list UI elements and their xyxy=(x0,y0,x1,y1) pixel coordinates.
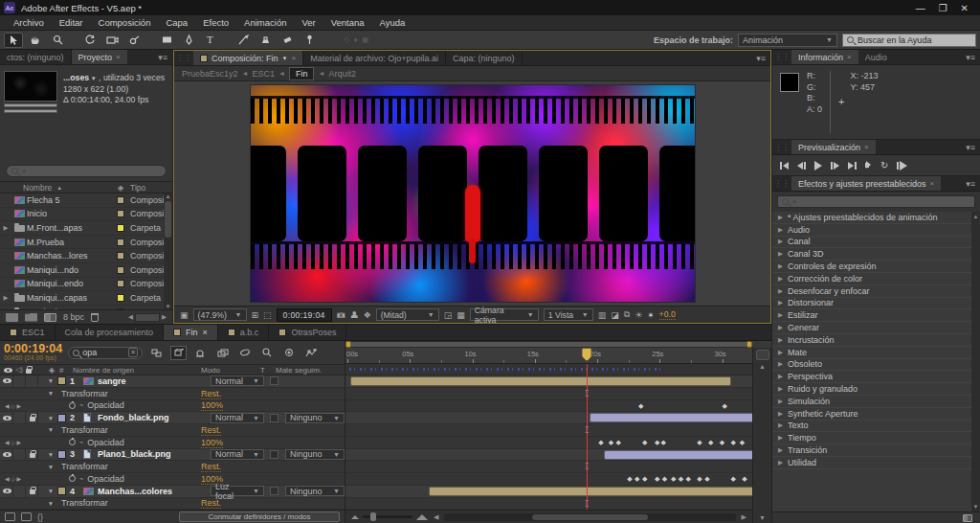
pixel-aspect-icon[interactable]: ▥ xyxy=(598,310,607,320)
effects-category[interactable]: ▶Incrustación xyxy=(772,334,980,347)
twirl-icon[interactable]: ▶ xyxy=(778,421,783,429)
layer-name[interactable]: Manchas...colores xyxy=(98,487,211,496)
twirl-icon[interactable]: ▶ xyxy=(778,226,783,234)
track-row[interactable] xyxy=(345,449,752,462)
always-preview-icon[interactable]: ▣ xyxy=(180,310,189,320)
twirl-icon[interactable]: ▶ xyxy=(778,262,783,270)
preserve-transparency-toggle[interactable] xyxy=(270,487,278,495)
tab-info[interactable]: Información× xyxy=(791,50,858,64)
timeline-tab-esc1[interactable]: ESC1 xyxy=(0,325,55,340)
layer-label-swatch[interactable] xyxy=(57,376,66,385)
effects-category[interactable]: ▶Desenfocar y enfocar xyxy=(772,285,980,298)
effects-category[interactable]: ▶Audio xyxy=(772,224,980,237)
project-row[interactable]: Flecha 5Composi xyxy=(0,193,172,208)
keyframe-diamond-icon[interactable]: ◆ xyxy=(635,475,639,483)
last-frame-button[interactable] xyxy=(848,162,857,170)
effects-category[interactable]: ▶Perspectiva xyxy=(772,371,980,383)
scroll-right-icon[interactable]: ▶ xyxy=(742,513,746,521)
tab-dropdown-icon[interactable]: ▼ xyxy=(282,56,288,61)
twirl-icon[interactable]: ▶ xyxy=(778,410,783,418)
lock-toggle[interactable] xyxy=(27,375,38,387)
scroll-up-icon[interactable]: ▲ xyxy=(166,193,171,199)
viewer-tab-2[interactable]: Capa: (ninguno) xyxy=(446,51,522,65)
keyframe-diamond-icon[interactable]: ◆ xyxy=(697,475,702,483)
timeline-row-transform[interactable]: ▼TransformarRest. xyxy=(0,388,345,400)
region-of-interest-icon[interactable]: ⬚ xyxy=(263,310,272,320)
camera-tool[interactable] xyxy=(102,33,122,48)
track-matte-dropdown[interactable]: Ninguno▼ xyxy=(285,449,345,460)
tab-audio[interactable]: Audio xyxy=(858,50,894,64)
composition-mini-flowchart-icon[interactable] xyxy=(148,346,165,360)
flow-item-ESC1[interactable]: ESC1 xyxy=(252,69,275,79)
timeline-tab-otrasposes[interactable]: OtrasPoses xyxy=(269,325,345,340)
track-row[interactable]: ◆◆ xyxy=(345,400,752,413)
effects-v-scrollbar[interactable]: ▲▼ xyxy=(971,212,980,512)
audio-toggle[interactable] xyxy=(14,449,26,461)
timeline-row-layer[interactable]: ▼2Fondo_black.pngNormal▼Ninguno▼ xyxy=(0,412,345,424)
keyframe-diamond-icon[interactable]: ◆ xyxy=(660,439,665,446)
puppet-pin-tool[interactable] xyxy=(300,33,319,48)
effects-category[interactable]: ▶Canal 3D xyxy=(772,248,980,261)
effects-category[interactable]: ▶Estilizar xyxy=(772,309,980,322)
keyframe-diamond-icon[interactable]: ◆ xyxy=(655,475,659,483)
twirl-icon[interactable]: ▶ xyxy=(778,373,783,380)
twirl-icon[interactable]: ▶ xyxy=(778,459,783,466)
label-swatch[interactable] xyxy=(111,294,130,302)
view-layout-dropdown[interactable]: 1 Vista▼ xyxy=(544,308,593,321)
keyframe-diamond-icon[interactable]: ◆ xyxy=(704,475,709,483)
twirl-icon[interactable]: ▶ xyxy=(778,275,783,283)
layer-name[interactable]: Fondo_black.png xyxy=(98,413,211,422)
motion-blur-icon[interactable] xyxy=(236,346,253,360)
flow-item-Arquit2[interactable]: Arquit2 xyxy=(328,69,356,79)
video-eye-icon[interactable] xyxy=(2,449,13,461)
menu-item-efecto[interactable]: Efecto xyxy=(195,17,236,28)
property-twirl-icon[interactable]: ▼ xyxy=(44,426,57,433)
layer-twirl-icon[interactable]: ▼ xyxy=(44,488,57,494)
keyframe-diamond-icon[interactable]: ◆ xyxy=(598,439,603,446)
timeline-row-opacity[interactable]: ◀ ◇ ▶⌁Opacidad100% xyxy=(0,400,345,413)
layer-duration-bar[interactable] xyxy=(590,413,754,422)
draft-3d-icon[interactable] xyxy=(170,346,187,360)
label-swatch[interactable] xyxy=(111,280,130,287)
viewer-timecode[interactable]: 0:00:19:04 xyxy=(277,308,332,322)
ram-preview-button[interactable] xyxy=(897,161,907,171)
property-value[interactable]: 100% xyxy=(201,400,223,411)
preserve-transparency-toggle[interactable] xyxy=(270,376,278,385)
project-columns-header[interactable]: Nombre▲ ◈ Tipo xyxy=(0,181,172,193)
panel-menu-icon[interactable]: ▾≡ xyxy=(961,140,980,154)
tab-effects-presets[interactable]: Efectos y ajustes preestablecidos× xyxy=(791,176,941,191)
effects-category[interactable]: ▶Simulación xyxy=(772,396,980,408)
transform-group-label[interactable]: Transformar xyxy=(61,425,108,435)
loop-button[interactable]: ↻ xyxy=(880,162,888,170)
property-value[interactable]: Rest. xyxy=(201,425,221,436)
comp-button-icon[interactable] xyxy=(756,350,769,360)
track-row[interactable] xyxy=(345,486,752,498)
close-button[interactable]: ✕ xyxy=(961,3,969,13)
preserve-transparency-toggle[interactable] xyxy=(270,414,278,422)
current-time-display[interactable]: 0:00:19:04 xyxy=(4,344,62,354)
channel-icon[interactable]: ❖ xyxy=(364,310,371,320)
new-composition-icon[interactable] xyxy=(44,313,56,322)
tab-close-icon[interactable]: × xyxy=(291,54,296,62)
effects-category[interactable]: ▶Ruido y granulado xyxy=(772,383,980,396)
twirl-icon[interactable]: ▶ xyxy=(778,299,783,307)
label-swatch[interactable] xyxy=(111,196,130,204)
keyframe-diamond-icon[interactable]: ◆ xyxy=(627,475,632,483)
keyframe-diamond-icon[interactable]: ◆ xyxy=(662,475,667,483)
timeline-row-layer[interactable]: ▼1sangreNormal▼ xyxy=(0,375,345,388)
work-area-start-handle[interactable] xyxy=(345,341,351,348)
lock-icon[interactable] xyxy=(27,486,38,497)
type-tool[interactable]: T xyxy=(201,33,220,48)
video-eye-icon[interactable] xyxy=(2,486,13,497)
label-swatch[interactable] xyxy=(111,224,130,232)
flow-item-PruebaEsc1y2[interactable]: PruebaEsc1y2 xyxy=(182,69,238,79)
scroll-down-icon[interactable]: ▼ xyxy=(973,504,979,510)
keyframe-diamond-icon[interactable]: ◆ xyxy=(638,402,643,410)
timeline-row-transform[interactable]: ▼TransformarRest. xyxy=(0,461,345,473)
transform-group-label[interactable]: Transformar xyxy=(61,462,108,471)
effects-category[interactable]: ▶Utilidad xyxy=(772,457,980,469)
effects-category[interactable]: ▶Corrección de color xyxy=(772,273,980,285)
new-animation-preset-icon[interactable] xyxy=(963,514,972,522)
stopwatch-icon[interactable] xyxy=(69,475,76,482)
menu-item-archivo[interactable]: Archivo xyxy=(6,17,52,28)
